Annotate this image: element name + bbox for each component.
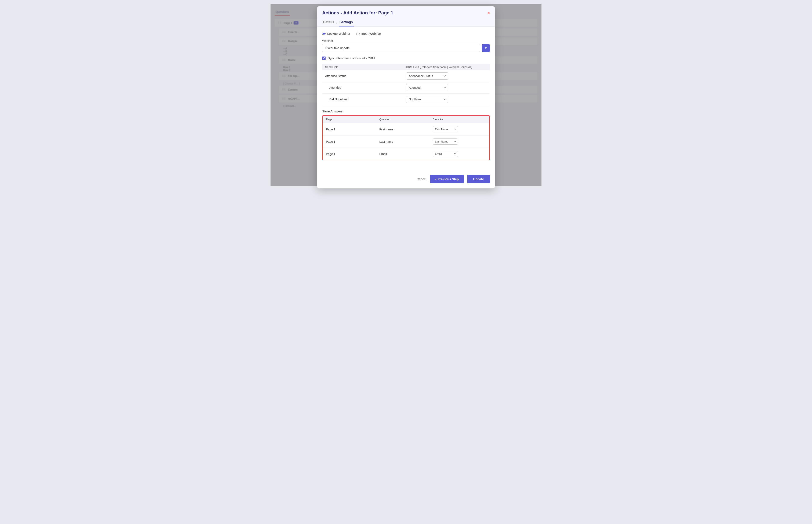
close-button[interactable]: × bbox=[487, 11, 490, 15]
radio-input-label[interactable]: Input Webinar bbox=[356, 32, 381, 35]
radio-group: Lookup Webinar Input Webinar bbox=[322, 32, 490, 35]
row1-question: First name bbox=[379, 128, 433, 131]
radio-lookup-label[interactable]: Lookup Webinar bbox=[322, 32, 350, 35]
modal-body: Lookup Webinar Input Webinar Webinar ▼ bbox=[317, 27, 495, 171]
page-wrapper: Questions ⠿⠿ Page 1 ▼ ⠿⠿ Free Te... ⠿⠿ M… bbox=[270, 4, 542, 186]
dropdown-arrow-icon: ▼ bbox=[484, 46, 487, 50]
row2-store-as-wrapper: First Name Last Name Email None bbox=[433, 138, 486, 145]
modal-title-row: Actions - Add Action for: Page 1 × bbox=[322, 10, 490, 16]
store-answers-row-3: Page 1 Email First Name Last Name Email … bbox=[322, 148, 490, 160]
attendance-row-did-not-attend: Did Not Attend No Show Absent False bbox=[322, 94, 490, 105]
radio-lookup-text: Lookup Webinar bbox=[327, 32, 350, 35]
modal-title: Actions - Add Action for: Page 1 bbox=[322, 10, 393, 16]
row1-store-as-select[interactable]: First Name Last Name Email None bbox=[433, 126, 458, 132]
row2-question: Last name bbox=[379, 140, 433, 143]
store-answers-row-2: Page 1 Last name First Name Last Name Em… bbox=[322, 135, 490, 148]
col-question: Question bbox=[379, 118, 433, 121]
attendance-row-attended-status: Attended Status Attendance Status Regist… bbox=[322, 70, 490, 82]
attendance-col-send-field: Send Field bbox=[325, 65, 406, 69]
row1-page: Page 1 bbox=[326, 128, 379, 131]
store-answers-row-1: Page 1 First name First Name Last Name E… bbox=[322, 123, 490, 135]
tab-settings[interactable]: Settings bbox=[339, 19, 354, 27]
attended-status-label: Attended Status bbox=[325, 74, 406, 78]
attendance-table-header: Send Field CRM Field (Retrieved from Zoo… bbox=[322, 64, 490, 70]
row3-store-as-wrapper: First Name Last Name Email None bbox=[433, 151, 486, 157]
attendance-table: Send Field CRM Field (Retrieved from Zoo… bbox=[322, 64, 490, 105]
attended-select-wrapper: Attended Yes True bbox=[406, 84, 487, 91]
modal-footer: Cancel « Previous Step Update bbox=[317, 171, 495, 189]
store-answers-header: Page Question Store As bbox=[322, 116, 490, 123]
attended-label: Attended bbox=[325, 86, 406, 89]
store-answers-table: Page Question Store As Page 1 First name… bbox=[322, 115, 490, 160]
row1-store-as-wrapper: First Name Last Name Email None bbox=[433, 126, 486, 132]
modal-overlay: Actions - Add Action for: Page 1 × Detai… bbox=[270, 4, 542, 186]
sync-checkbox-label: Sync attendance status into CRM bbox=[328, 56, 375, 60]
attendance-row-attended: Attended Attended Yes True bbox=[322, 82, 490, 94]
row3-store-as-select[interactable]: First Name Last Name Email None bbox=[433, 151, 458, 157]
col-store-as: Store As bbox=[433, 118, 486, 121]
col-page: Page bbox=[326, 118, 379, 121]
webinar-input-field[interactable] bbox=[322, 44, 480, 52]
cancel-button[interactable]: Cancel bbox=[417, 177, 427, 181]
tab-separator: › bbox=[336, 21, 337, 24]
store-answers-title: Store Answers bbox=[322, 110, 490, 113]
webinar-dropdown-button[interactable]: ▼ bbox=[482, 44, 490, 52]
attended-status-select-wrapper: Attendance Status Registration Status No… bbox=[406, 72, 487, 80]
row3-page: Page 1 bbox=[326, 152, 379, 155]
sync-checkbox[interactable] bbox=[322, 56, 326, 60]
attended-select[interactable]: Attended Yes True bbox=[406, 84, 448, 91]
webinar-field-label: Webinar bbox=[322, 39, 490, 43]
no-show-select[interactable]: No Show Absent False bbox=[406, 96, 448, 103]
previous-step-button[interactable]: « Previous Step bbox=[430, 175, 464, 183]
modal-header: Actions - Add Action for: Page 1 × Detai… bbox=[317, 6, 495, 27]
did-not-attend-label: Did Not Attend bbox=[325, 98, 406, 101]
row2-page: Page 1 bbox=[326, 140, 379, 143]
row2-store-as-select[interactable]: First Name Last Name Email None bbox=[433, 138, 458, 145]
modal-dialog: Actions - Add Action for: Page 1 × Detai… bbox=[317, 6, 495, 189]
radio-input-webinar[interactable] bbox=[356, 32, 360, 35]
no-show-select-wrapper: No Show Absent False bbox=[406, 96, 487, 103]
tab-details[interactable]: Details bbox=[322, 19, 335, 27]
attendance-col-crm-field: CRM Field (Retrieved from Zoom | Webinar… bbox=[406, 65, 487, 69]
radio-lookup-webinar[interactable] bbox=[322, 32, 326, 35]
sync-checkbox-row: Sync attendance status into CRM bbox=[322, 56, 490, 60]
webinar-input-row: ▼ bbox=[322, 44, 490, 52]
radio-input-text: Input Webinar bbox=[361, 32, 381, 35]
attended-status-select[interactable]: Attendance Status Registration Status No… bbox=[406, 72, 448, 80]
row3-question: Email bbox=[379, 152, 433, 155]
update-button[interactable]: Update bbox=[467, 175, 490, 183]
modal-tabs: Details › Settings bbox=[322, 19, 490, 27]
